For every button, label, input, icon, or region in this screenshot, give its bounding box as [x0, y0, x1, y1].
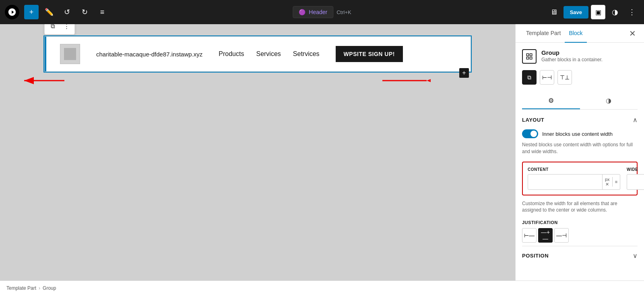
position-section-header: Position ∨ [522, 252, 638, 260]
sidebar-tabs: Template Part Block ✕ [516, 24, 644, 43]
status-bar: Template Part › Group [0, 280, 644, 295]
width-inputs-box: CONTENT px ✕ ≡ WIDE px ✕ ≡ [522, 162, 638, 195]
toggle-label: Inner blocks use content width [542, 131, 613, 137]
edit-tool-button[interactable]: ✏️ [42, 5, 56, 19]
width-description: Customize the width for all elements tha… [522, 200, 638, 214]
toggle-knob [530, 131, 537, 137]
block-duplicate-button[interactable]: ⧉ [46, 24, 59, 33]
nav-items: Products Services Setrvices [219, 50, 319, 58]
breadcrumb-template-part[interactable]: Template Part [6, 285, 36, 291]
position-title: Position [522, 253, 549, 259]
add-block-button[interactable]: + [24, 5, 39, 19]
header-block[interactable]: charitable-macaque-dfde87.instawp.xyz Pr… [44, 36, 471, 72]
keyboard-shortcut: Ctrl+K [336, 9, 351, 15]
header-pill-icon: 🟣 [299, 9, 305, 15]
content-width-col: CONTENT px ✕ ≡ [528, 167, 620, 190]
nav-item-services[interactable]: Services [256, 50, 281, 58]
svg-rect-6 [526, 57, 528, 59]
header-title-pill[interactable]: 🟣 Header [293, 6, 333, 18]
wide-input-wrap: px ✕ ≡ [627, 174, 644, 190]
tab-template-part[interactable]: Template Part [522, 24, 565, 43]
content-width-input[interactable] [528, 177, 602, 187]
toolbar-right: 🖥 Save ▣ ◑ ⋮ [547, 5, 639, 19]
inner-blocks-toggle-row: Inner blocks use content width [522, 129, 638, 138]
content-unit-button[interactable]: px ✕ [602, 175, 612, 189]
block-type-group-button[interactable]: ⧉ [522, 70, 537, 85]
justify-left-button[interactable]: ⊢— [522, 228, 537, 243]
site-logo-thumbnail [60, 44, 80, 64]
gear-icon: ⚙ [548, 97, 554, 104]
undo-button[interactable]: ↺ [60, 5, 74, 19]
content-unit-expand[interactable]: ≡ [612, 177, 620, 187]
position-section: Position ∨ [522, 246, 638, 260]
justify-center-button[interactable]: —+— [538, 228, 553, 243]
arrow-left-indicator [16, 73, 68, 89]
settings-tab[interactable]: ⚙ [522, 93, 580, 109]
wide-width-col: WIDE px ✕ ≡ [627, 167, 644, 190]
arrow-right-indicator [378, 73, 431, 89]
breadcrumb-separator: › [39, 285, 40, 291]
tab-block[interactable]: Block [565, 24, 586, 43]
toggle-description: Nested blocks use content width with opt… [522, 141, 638, 155]
wide-label: WIDE [627, 167, 644, 172]
list-view-button[interactable]: ≡ [95, 5, 109, 19]
inner-blocks-toggle[interactable] [522, 129, 538, 138]
svg-rect-5 [530, 54, 532, 56]
justification-buttons: ⊢— —+— —⊣ [522, 228, 638, 243]
layout-section-header: Layout ∧ [522, 116, 638, 124]
header-center: 🟣 Header Ctrl+K [293, 6, 351, 18]
settings-style-tabs: ⚙ ◑ [522, 93, 638, 110]
block-info-text: Group Gather blocks in a container. [541, 49, 603, 62]
site-url-text: charitable-macaque-dfde87.instawp.xyz [96, 51, 202, 58]
add-inner-block-button[interactable]: + [459, 68, 469, 78]
content-label: CONTENT [528, 167, 620, 172]
style-toggle-button[interactable]: ◑ [608, 5, 622, 19]
block-type-stack-button[interactable]: ⊤⊥ [557, 70, 572, 85]
main-area: ⧉ ⋮ charitable-macaque-dfde87.instawp.xy… [0, 24, 644, 280]
block-more-options-button[interactable]: ⋮ [60, 24, 73, 33]
toolbar: + ✏️ ↺ ↻ ≡ 🟣 Header Ctrl+K 🖥 Save ▣ ◑ ⋮ [0, 0, 644, 24]
justification-label: JUSTIFICATION [522, 220, 638, 225]
block-icon [522, 49, 537, 64]
breadcrumb-current[interactable]: Group [43, 285, 56, 291]
cta-button[interactable]: WPSITE SIGN UP! [336, 46, 403, 62]
toggle-sidebar-button[interactable]: ▣ [591, 5, 605, 19]
svg-rect-7 [530, 57, 532, 59]
style-tab[interactable]: ◑ [580, 93, 638, 109]
block-desc: Gather blocks in a container. [541, 57, 603, 62]
justify-right-button[interactable]: —⊣ [554, 228, 569, 243]
halfcircle-icon: ◑ [606, 97, 611, 104]
block-info: Group Gather blocks in a container. [522, 49, 638, 64]
nav-item-products[interactable]: Products [219, 50, 244, 58]
more-options-button[interactable]: ⋮ [625, 5, 639, 19]
position-chevron-icon[interactable]: ∨ [633, 252, 638, 260]
width-row: CONTENT px ✕ ≡ WIDE px ✕ ≡ [528, 167, 632, 190]
sidebar-close-button[interactable]: ✕ [627, 27, 638, 40]
content-input-wrap: px ✕ ≡ [528, 174, 620, 190]
wide-width-input[interactable] [627, 177, 644, 187]
layout-title: Layout [522, 117, 544, 123]
canvas-area: ⧉ ⋮ charitable-macaque-dfde87.instawp.xy… [0, 24, 515, 280]
wp-logo[interactable] [5, 5, 19, 19]
block-selection-indicator [45, 37, 46, 71]
block-name: Group [541, 49, 603, 56]
sidebar: Template Part Block ✕ Group Gather b [515, 24, 644, 280]
nav-item-setrvices[interactable]: Setrvices [293, 50, 320, 58]
svg-rect-4 [526, 54, 528, 56]
preview-button[interactable]: 🖥 [547, 5, 561, 19]
block-type-row-button[interactable]: ⊢⊣ [540, 70, 554, 85]
redo-button[interactable]: ↻ [77, 5, 92, 19]
sidebar-content: Group Gather blocks in a container. ⧉ ⊢⊣… [516, 43, 644, 280]
block-type-icons: ⧉ ⊢⊣ ⊤⊥ [522, 70, 638, 85]
header-block-wrapper: ⧉ ⋮ charitable-macaque-dfde87.instawp.xy… [44, 36, 471, 72]
header-pill-label: Header [309, 9, 327, 15]
block-floating-toolbar: ⧉ ⋮ [44, 24, 75, 35]
layout-chevron-icon[interactable]: ∧ [633, 116, 638, 124]
save-button[interactable]: Save [564, 6, 588, 19]
